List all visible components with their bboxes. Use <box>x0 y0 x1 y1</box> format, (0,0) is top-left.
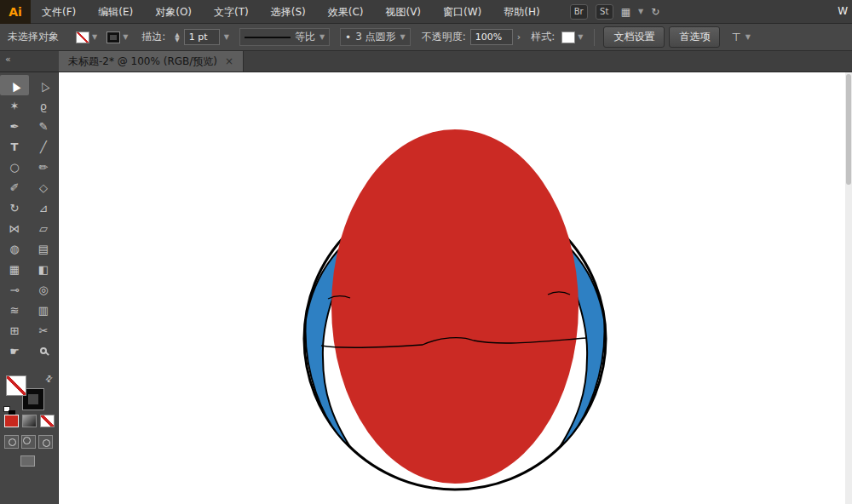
menu-item-type[interactable]: 文字(T) <box>203 0 260 24</box>
pen-tool[interactable]: ✒ <box>0 116 29 136</box>
control-bar: 未选择对象 ▼ ▼ 描边: ▲ ▼ 1 pt ▼ 等比 ▼ • 3 点圆形 ▼ … <box>0 24 852 51</box>
tools-panel: ▲ △ ✶ ϱ ✒ ✎ T ╱ ○ ✏ ✐ ◇ ↻ ⊿ ⋈ ▱ ◍ ▤ ▦ ◧ … <box>0 72 59 504</box>
shape-builder-tool[interactable]: ◍ <box>0 238 29 259</box>
menu-item-effect[interactable]: 效果(C) <box>317 0 375 24</box>
preferences-button[interactable]: 首选项 <box>669 26 720 48</box>
stroke-color-dropdown[interactable]: ▼ <box>104 30 130 45</box>
opacity-field[interactable]: 100% <box>470 29 513 45</box>
chevron-down-icon[interactable]: ▼ <box>224 33 229 41</box>
paintbrush-tool[interactable]: ✎ <box>29 116 58 136</box>
red-oval-shape[interactable] <box>331 129 579 484</box>
magic-wand-tool[interactable]: ✶ <box>0 95 29 116</box>
artwork-svg <box>59 72 852 504</box>
pencil-tool[interactable]: ✏ <box>29 157 58 177</box>
artboard-tool[interactable]: ⊞ <box>0 320 29 341</box>
chevron-right-icon[interactable]: › <box>517 32 521 43</box>
vertical-scrollbar[interactable] <box>845 72 852 504</box>
document-tab[interactable]: 未标题-2* @ 100% (RGB/预览) × <box>59 51 244 72</box>
chevron-down-icon: ▼ <box>320 33 325 41</box>
menu-item-help[interactable]: 帮助(H) <box>492 0 550 24</box>
menu-item-window[interactable]: 窗口(W) <box>432 0 492 24</box>
draw-inside-button[interactable] <box>38 435 53 449</box>
chevron-down-icon[interactable]: ▼ <box>746 33 751 41</box>
arrange-documents-icon[interactable]: ▦ <box>621 6 630 18</box>
color-button[interactable] <box>4 415 19 427</box>
chevron-down-icon: ▼ <box>123 33 128 41</box>
hand-tool[interactable]: ☛ <box>0 341 29 361</box>
workspace-label: W <box>838 5 848 17</box>
close-icon[interactable]: × <box>225 55 233 67</box>
free-transform-tool[interactable]: ▱ <box>29 218 58 238</box>
tools-grid: ▲ △ ✶ ϱ ✒ ✎ T ╱ ○ ✏ ✐ ◇ ↻ ⊿ ⋈ ▱ ◍ ▤ ▦ ◧ … <box>0 72 58 361</box>
document-tab-title: 未标题-2* @ 100% (RGB/预览) <box>68 54 217 69</box>
canvas-area[interactable] <box>59 72 852 504</box>
brush-dropdown[interactable]: • 3 点圆形 ▼ <box>340 28 411 46</box>
scrollbar-thumb[interactable] <box>846 74 851 185</box>
bridge-badge[interactable]: Br <box>570 4 588 20</box>
scale-tool[interactable]: ⊿ <box>29 198 58 218</box>
fill-none-swatch-icon <box>76 32 89 43</box>
stroke-swatch-icon <box>106 32 120 43</box>
lasso-tool[interactable]: ϱ <box>29 95 58 116</box>
width-profile-dropdown[interactable]: 等比 ▼ <box>239 28 330 46</box>
slice-tool[interactable]: ✂ <box>29 320 58 341</box>
blob-brush-tool[interactable]: ✐ <box>0 177 29 198</box>
selection-status-label: 未选择对象 <box>8 30 59 44</box>
fill-color-swatch[interactable] <box>6 375 26 396</box>
color-controls: ⇄ <box>0 374 58 501</box>
fill-color-dropdown[interactable]: ▼ <box>73 30 100 45</box>
sync-icon[interactable]: ↻ <box>651 6 659 18</box>
chevron-down-icon: ▼ <box>400 33 406 41</box>
selection-tool[interactable]: ▲ <box>0 75 29 95</box>
menu-item-select[interactable]: 选择(S) <box>260 0 317 24</box>
draw-normal-button[interactable] <box>4 435 19 449</box>
blend-tool[interactable]: ◎ <box>29 279 58 300</box>
type-tool[interactable]: T <box>0 136 29 157</box>
eraser-tool[interactable]: ◇ <box>29 177 58 198</box>
stroke-width-field[interactable]: 1 pt <box>184 29 220 45</box>
gradient-button[interactable] <box>22 415 37 427</box>
direct-selection-tool[interactable]: △ <box>29 75 58 95</box>
mesh-tool[interactable]: ▦ <box>0 259 29 279</box>
stroke-preview-line <box>245 37 291 38</box>
zoom-tool[interactable] <box>29 341 58 361</box>
align-icon[interactable]: ⊤ <box>731 31 740 43</box>
draw-behind-button[interactable] <box>21 435 36 449</box>
gradient-tool[interactable]: ◧ <box>29 259 58 279</box>
brush-name-label: 3 点圆形 <box>355 30 395 44</box>
stroke-width-stepper[interactable]: ▲ ▼ <box>175 32 179 43</box>
profile-label: 等比 <box>295 30 315 44</box>
eyedropper-tool[interactable]: ⊸ <box>0 279 29 300</box>
style-dropdown[interactable]: ▼ <box>559 30 585 45</box>
chevron-down-icon: ▼ <box>578 33 583 41</box>
perspective-grid-tool[interactable]: ▤ <box>29 238 58 259</box>
stepper-down-icon[interactable]: ▼ <box>175 37 179 43</box>
menu-item-object[interactable]: 对象(O) <box>144 0 203 24</box>
column-graph-tool[interactable]: ▥ <box>29 300 58 320</box>
swap-colors-icon[interactable]: ⇄ <box>43 373 55 385</box>
rotate-tool[interactable]: ↻ <box>0 198 29 218</box>
chevron-down-icon: ▼ <box>92 33 97 41</box>
style-label: 样式: <box>531 30 555 44</box>
paint-style-buttons <box>4 415 55 427</box>
app-logo: Ai <box>0 0 31 24</box>
menu-item-file[interactable]: 文件(F) <box>31 0 87 24</box>
symbol-sprayer-tool[interactable]: ≋ <box>0 300 29 320</box>
screen-mode-button[interactable] <box>20 455 35 467</box>
chevron-down-icon[interactable]: ▼ <box>638 8 643 15</box>
style-swatch-icon <box>561 32 575 43</box>
stroke-label: 描边: <box>141 30 165 44</box>
zoom-tool-icon <box>40 347 47 354</box>
menu-item-edit[interactable]: 编辑(E) <box>87 0 144 24</box>
brush-dot-icon: • <box>345 32 351 43</box>
menu-item-view[interactable]: 视图(V) <box>374 0 432 24</box>
document-tab-bar: « 未标题-2* @ 100% (RGB/预览) × <box>0 51 852 72</box>
panel-collapse-icon[interactable]: « <box>0 51 59 72</box>
ellipse-tool[interactable]: ○ <box>0 157 29 177</box>
width-tool[interactable]: ⋈ <box>0 218 29 238</box>
none-button[interactable] <box>40 415 55 427</box>
line-segment-tool[interactable]: ╱ <box>29 136 58 157</box>
stock-badge[interactable]: St <box>596 4 613 20</box>
main-area: ▲ △ ✶ ϱ ✒ ✎ T ╱ ○ ✏ ✐ ◇ ↻ ⊿ ⋈ ▱ ◍ ▤ ▦ ◧ … <box>0 72 852 504</box>
document-setup-button[interactable]: 文档设置 <box>603 26 665 48</box>
